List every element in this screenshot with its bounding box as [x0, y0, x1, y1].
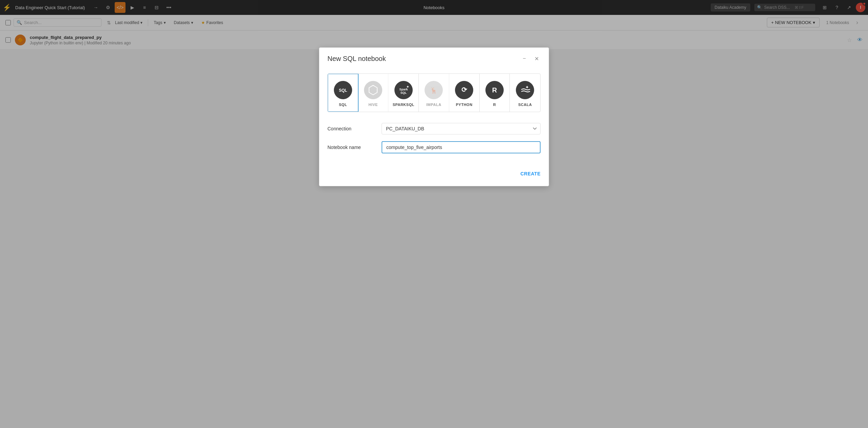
new-sql-notebook-modal: New SQL notebook − ✕ SQL SQL [319, 47, 549, 50]
modal-header: New SQL notebook − ✕ [319, 48, 549, 50]
modal-overlay: New SQL notebook − ✕ SQL SQL [0, 0, 868, 50]
